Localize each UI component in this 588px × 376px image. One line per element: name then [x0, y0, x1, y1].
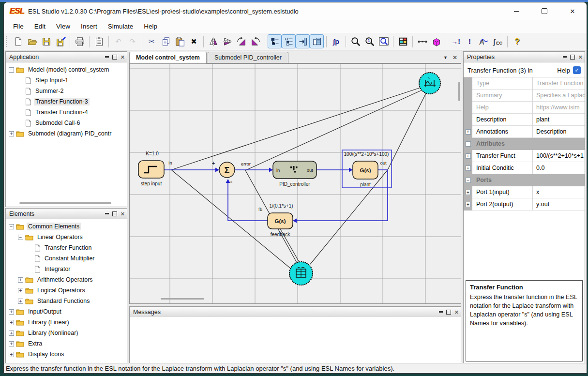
panel-close-icon[interactable]: ✕	[454, 310, 459, 314]
property-row-ports[interactable]: −Ports	[464, 174, 585, 186]
expand-icon[interactable]: +	[9, 341, 14, 346]
check-button[interactable]: !	[463, 34, 477, 48]
save-button[interactable]	[39, 34, 53, 48]
panel-minimize-icon[interactable]	[105, 56, 109, 58]
expand-icon[interactable]: +	[466, 165, 471, 171]
property-value[interactable]: 100/(s**2+10*s+1	[532, 150, 585, 162]
elements-item-library-nonlinear[interactable]: +Library (Nonlinear)	[6, 328, 127, 338]
messages-body[interactable]	[130, 317, 461, 363]
expand-icon[interactable]: +	[466, 190, 471, 195]
report-button[interactable]	[92, 34, 106, 48]
expand-icon[interactable]: +	[466, 202, 471, 207]
panel-close-icon[interactable]: ✕	[578, 55, 583, 59]
menu-edit[interactable]: Edit	[29, 21, 51, 32]
elements-item-common-elements[interactable]: −Common Elements	[6, 221, 127, 232]
titlebar[interactable]: ESL ESL Studio v1.2.0.30 C:\Program File…	[4, 2, 587, 20]
rotate-right-button[interactable]	[234, 34, 248, 48]
expand-icon[interactable]: +	[9, 131, 14, 136]
property-value[interactable]: Specifies a Laplac	[532, 90, 585, 102]
package-button[interactable]	[429, 34, 443, 48]
property-row-attributes[interactable]: −Attributes	[464, 138, 585, 150]
close-button[interactable]: ✕	[558, 2, 587, 20]
plot-button[interactable]: A	[477, 34, 491, 48]
elements-item-standard-functions[interactable]: +Standard Functions	[6, 296, 127, 306]
panel-float-icon[interactable]	[112, 211, 117, 216]
elements-item-input-output[interactable]: +Input/Output	[6, 306, 127, 317]
collapse-icon[interactable]: −	[18, 235, 23, 240]
collapse-icon[interactable]: −	[466, 178, 471, 183]
expand-icon[interactable]: +	[18, 299, 23, 304]
menu-insert[interactable]: Insert	[75, 21, 103, 32]
application-item-submodel-call-6[interactable]: Submodel Call-6	[6, 118, 127, 128]
toolbar-grip[interactable]	[6, 36, 9, 47]
diagram-canvas[interactable]: K=1.0step inputΣ+-inoutPID_controllerG(s…	[129, 63, 461, 304]
tab-close-icon[interactable]: ✕	[452, 54, 457, 61]
elements-item-library-linear[interactable]: +Library (Linear)	[6, 317, 127, 328]
elements-item-arithmetic-operators[interactable]: +Arithmetic Operators	[6, 274, 127, 285]
menu-simulate[interactable]: Simulate	[103, 21, 139, 32]
paste-button[interactable]	[173, 34, 187, 48]
rotate-left-button[interactable]	[248, 34, 262, 48]
panel-minimize-icon[interactable]	[439, 311, 443, 313]
help-button[interactable]: ?	[510, 34, 524, 48]
collapse-icon[interactable]: −	[466, 141, 471, 147]
help-checkbox[interactable]: ✓	[573, 66, 581, 74]
display-table[interactable]	[289, 262, 313, 285]
panel-minimize-icon[interactable]	[563, 56, 567, 58]
panel-close-icon[interactable]: ✕	[121, 55, 125, 59]
esl-code-button[interactable]: ∫EC	[491, 34, 505, 48]
expand-icon[interactable]: +	[9, 309, 14, 315]
tab-model-control-system[interactable]: Model control_system	[129, 52, 207, 63]
elements-item-transfer-function[interactable]: Transfer Function	[6, 242, 127, 253]
application-item-transfer-function-4[interactable]: Transfer Function-4	[6, 107, 127, 118]
translate-button[interactable]: →!	[449, 34, 463, 48]
expand-icon[interactable]: +	[9, 320, 14, 325]
canvas-hscrollbar[interactable]	[161, 298, 204, 300]
pid-controller-block[interactable]: inoutPID_controller	[273, 161, 317, 187]
elements-item-display-icons[interactable]: +Display Icons	[6, 349, 127, 360]
tab-list-dropdown-icon[interactable]: ▼	[443, 55, 448, 60]
panel-float-icon[interactable]	[570, 55, 575, 60]
property-value[interactable]: Description	[532, 126, 585, 138]
elements-item-logical-operators[interactable]: +Logical Operators	[6, 285, 127, 296]
property-row-summary[interactable]: SummarySpecifies a Laplac	[464, 90, 585, 102]
laplace-button[interactable]: ∫p	[329, 34, 343, 48]
panel-float-icon[interactable]	[446, 310, 451, 315]
property-value[interactable]: x	[532, 186, 585, 198]
property-row-annotations[interactable]: +AnnotationsDescription	[464, 126, 585, 138]
copy-button[interactable]	[159, 34, 173, 48]
menu-help[interactable]: Help	[138, 21, 163, 32]
cut-button[interactable]: ✂	[145, 34, 159, 48]
property-row-port-2-output-[interactable]: +Port 2(output)y:out	[464, 198, 585, 211]
tab-submodel-pid-controller[interactable]: Submodel PID_controller	[208, 52, 288, 63]
panel-minimize-icon[interactable]	[105, 213, 109, 214]
print-button[interactable]	[73, 34, 87, 48]
collapse-icon[interactable]: −	[9, 67, 14, 73]
expand-icon[interactable]: +	[466, 129, 471, 135]
redo-button[interactable]: ↷	[125, 34, 139, 48]
property-row-help[interactable]: Helphttps://www.isim	[464, 102, 585, 114]
property-value[interactable]: Transfer Function	[532, 77, 585, 90]
property-row-description[interactable]: Descriptionplant	[464, 114, 585, 126]
application-hscrollbar[interactable]	[19, 202, 111, 204]
expand-icon[interactable]: +	[18, 277, 23, 283]
flip-horizontal-button[interactable]	[206, 34, 220, 48]
application-item-submodel-diagram-pid-contr[interactable]: +Submodel (diagram) PID_contr	[6, 128, 127, 139]
flip-vertical-button[interactable]	[220, 34, 234, 48]
connections-button[interactable]	[415, 34, 429, 48]
property-row-port-1-input-[interactable]: +Port 1(input)x	[464, 186, 585, 198]
maximize-button[interactable]	[530, 2, 558, 20]
panel-float-icon[interactable]	[112, 55, 117, 60]
expand-icon[interactable]: +	[18, 288, 23, 293]
toggle-messages-panel[interactable]	[310, 34, 324, 48]
toggle-application-panel[interactable]	[268, 34, 282, 48]
expand-icon[interactable]: +	[9, 331, 14, 336]
simulation-settings-button[interactable]	[396, 34, 410, 48]
elements-item-linear-operators[interactable]: −Linear Operators	[6, 232, 127, 242]
new-button[interactable]	[11, 34, 25, 48]
menu-file[interactable]: File	[8, 21, 29, 32]
property-value[interactable]: y:out	[532, 198, 585, 211]
open-button[interactable]	[25, 34, 39, 48]
minimize-button[interactable]	[502, 2, 530, 20]
collapse-icon[interactable]: −	[9, 224, 14, 229]
